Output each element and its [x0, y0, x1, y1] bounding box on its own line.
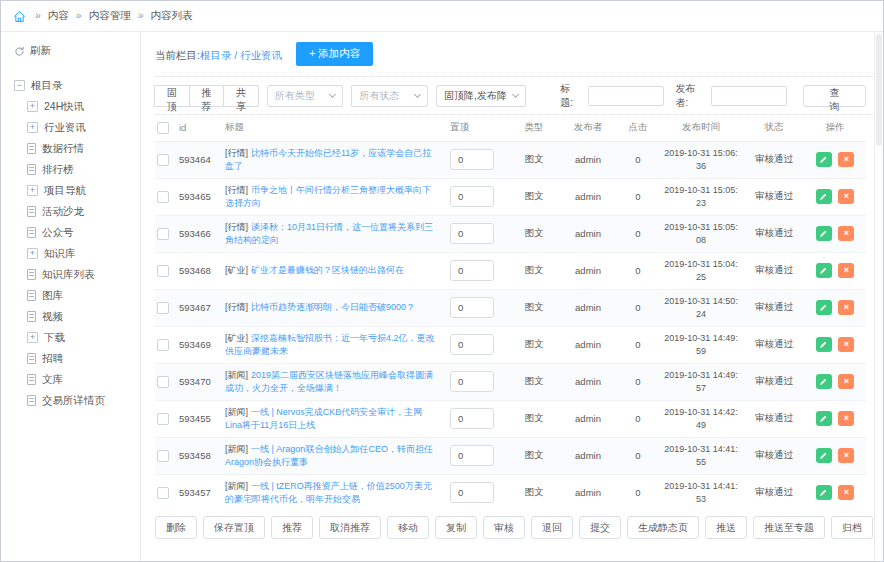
delete-button[interactable]: ×	[838, 411, 854, 426]
delete-button[interactable]: ×	[838, 263, 854, 278]
row-title-link[interactable]: 一线 | Nervos完成CKB代码安全审计，主网Lina将于11月16日上线	[225, 407, 422, 430]
row-title-link[interactable]: 币争之地丨午间行情分析三角整理大概率向下选择方向	[225, 185, 431, 208]
row-title-link[interactable]: 2019第二届西安区块链落地应用峰会取得圆满成功，火力全开，全场爆满！	[225, 370, 433, 393]
row-title-link[interactable]: 比特币今天开始你已经11岁，应该学会自己拉盘了	[225, 148, 431, 171]
row-title-link[interactable]: 一线 | tZERO再推资产上链，价值2500万美元的豪宅即将代币化，明年开始交…	[225, 481, 432, 504]
status-select[interactable]: 所有状态	[351, 85, 428, 107]
row-title-link[interactable]: 比特币趋势逐渐明朗，今日能否破9000？	[251, 302, 415, 312]
delete-button[interactable]: ×	[838, 300, 854, 315]
sidebar-tree-item[interactable]: 图库	[14, 285, 140, 306]
toolbar-button[interactable]: 归档	[831, 516, 873, 539]
sidebar-tree-item[interactable]: 活动沙龙	[14, 201, 140, 222]
sidebar-tree-item[interactable]: + 行业资讯	[14, 117, 140, 138]
home-icon[interactable]	[13, 10, 26, 23]
sidebar-tree-item[interactable]: 知识库列表	[14, 264, 140, 285]
doc-icon	[27, 353, 36, 364]
edit-button[interactable]	[816, 152, 832, 167]
toolbar-button[interactable]: 删除	[155, 516, 197, 539]
toolbar-button[interactable]: 退回	[531, 516, 573, 539]
query-button[interactable]: 查询	[803, 85, 866, 107]
row-title-link[interactable]: 矿业才是最赚钱的？区块链的出路何在	[251, 265, 404, 275]
pin-order-input[interactable]	[450, 445, 494, 466]
row-checkbox[interactable]	[157, 265, 169, 277]
delete-button[interactable]: ×	[838, 485, 854, 500]
current-category-path[interactable]: 根目录 / 行业资讯	[200, 49, 282, 61]
sidebar-tree-item[interactable]: + 下载	[14, 327, 140, 348]
toolbar-button[interactable]: 审核	[483, 516, 525, 539]
pin-order-input[interactable]	[450, 482, 494, 503]
type-select[interactable]: 所有类型	[267, 85, 344, 107]
refresh-button[interactable]: 刷新	[14, 44, 140, 58]
row-checkbox[interactable]	[157, 487, 169, 499]
flag-filter-button[interactable]: 推荐	[189, 85, 225, 107]
toolbar-button[interactable]: 提交	[579, 516, 621, 539]
row-checkbox[interactable]	[157, 339, 169, 351]
edit-button[interactable]	[816, 189, 832, 204]
edit-button[interactable]	[816, 374, 832, 389]
sidebar-tree-item[interactable]: 交易所详情页	[14, 390, 140, 411]
delete-button[interactable]: ×	[838, 374, 854, 389]
pin-order-input[interactable]	[450, 297, 494, 318]
edit-button[interactable]	[816, 263, 832, 278]
edit-button[interactable]	[816, 448, 832, 463]
toolbar-button[interactable]: 推送	[705, 516, 747, 539]
toolbar-button[interactable]: 保存置顶	[203, 516, 265, 539]
sidebar-tree-item[interactable]: 排行榜	[14, 159, 140, 180]
sidebar-tree-item[interactable]: 文库	[14, 369, 140, 390]
sidebar-tree-item[interactable]: − 根目录	[14, 75, 140, 96]
add-content-button[interactable]: + 添加内容	[296, 42, 373, 66]
breadcrumb-item[interactable]: 内容列表	[131, 9, 193, 23]
delete-button[interactable]: ×	[838, 448, 854, 463]
sidebar-tree-item[interactable]: + 项目导航	[14, 180, 140, 201]
delete-button[interactable]: ×	[838, 189, 854, 204]
pin-order-input[interactable]	[450, 260, 494, 281]
toolbar-button[interactable]: 推荐	[271, 516, 313, 539]
delete-button[interactable]: ×	[838, 226, 854, 241]
pin-order-input[interactable]	[450, 334, 494, 355]
sidebar-tree-item[interactable]: + 24H快讯	[14, 96, 140, 117]
row-checkbox[interactable]	[157, 302, 169, 314]
pin-order-input[interactable]	[450, 149, 494, 170]
pin-order-input[interactable]	[450, 408, 494, 429]
edit-button[interactable]	[816, 485, 832, 500]
sidebar-tree-item[interactable]: 招聘	[14, 348, 140, 369]
flag-filter-button[interactable]: 共享	[223, 85, 259, 107]
publisher-filter-input[interactable]	[711, 86, 787, 106]
edit-button[interactable]	[816, 300, 832, 315]
sidebar-tree-item[interactable]: 公众号	[14, 222, 140, 243]
breadcrumb-item[interactable]: 内容	[28, 9, 69, 23]
filter-row: 固顶 推荐 共享 所有类型 所有状态 固顶降,发布降	[155, 77, 874, 115]
sort-select[interactable]: 固顶降,发布降	[436, 85, 526, 107]
sidebar-tree-item[interactable]: 视频	[14, 306, 140, 327]
row-checkbox[interactable]	[157, 376, 169, 388]
scrollbar-track[interactable]	[874, 32, 883, 561]
toolbar-button[interactable]: 移动	[387, 516, 429, 539]
title-filter-input[interactable]	[588, 86, 664, 106]
flag-filter-button[interactable]: 固顶	[154, 85, 190, 107]
delete-button[interactable]: ×	[838, 337, 854, 352]
row-checkbox[interactable]	[157, 191, 169, 203]
pin-order-input[interactable]	[450, 186, 494, 207]
edit-button[interactable]	[816, 226, 832, 241]
edit-button[interactable]	[816, 411, 832, 426]
delete-button[interactable]: ×	[838, 152, 854, 167]
row-title-link[interactable]: 谈泽秋：10月31日行情，这一位置将关系到三角结构的定向	[225, 222, 433, 245]
toolbar-button[interactable]: 生成静态页	[627, 516, 699, 539]
select-all-checkbox[interactable]	[157, 122, 169, 134]
breadcrumb-item[interactable]: 内容管理	[69, 9, 131, 23]
scrollbar-thumb[interactable]	[876, 34, 882, 146]
toolbar-button[interactable]: 取消推荐	[319, 516, 381, 539]
row-checkbox[interactable]	[157, 228, 169, 240]
row-checkbox[interactable]	[157, 450, 169, 462]
pin-order-input[interactable]	[450, 371, 494, 392]
toolbar-button[interactable]: 推送至专题	[753, 516, 825, 539]
sidebar-tree-item[interactable]: + 知识库	[14, 243, 140, 264]
row-checkbox[interactable]	[157, 154, 169, 166]
pin-order-input[interactable]	[450, 223, 494, 244]
row-title-link[interactable]: 一线 | Aragon联合创始人卸任CEO，转而担任Aragon协会执行董事	[225, 444, 433, 467]
row-title-link[interactable]: 深挖嘉楠耘智招股书：近一年亏损4.2亿，更改供应商豪赌未来	[225, 333, 435, 356]
sidebar-tree-item[interactable]: 数据行情	[14, 138, 140, 159]
toolbar-button[interactable]: 复制	[435, 516, 477, 539]
row-checkbox[interactable]	[157, 413, 169, 425]
edit-button[interactable]	[816, 337, 832, 352]
